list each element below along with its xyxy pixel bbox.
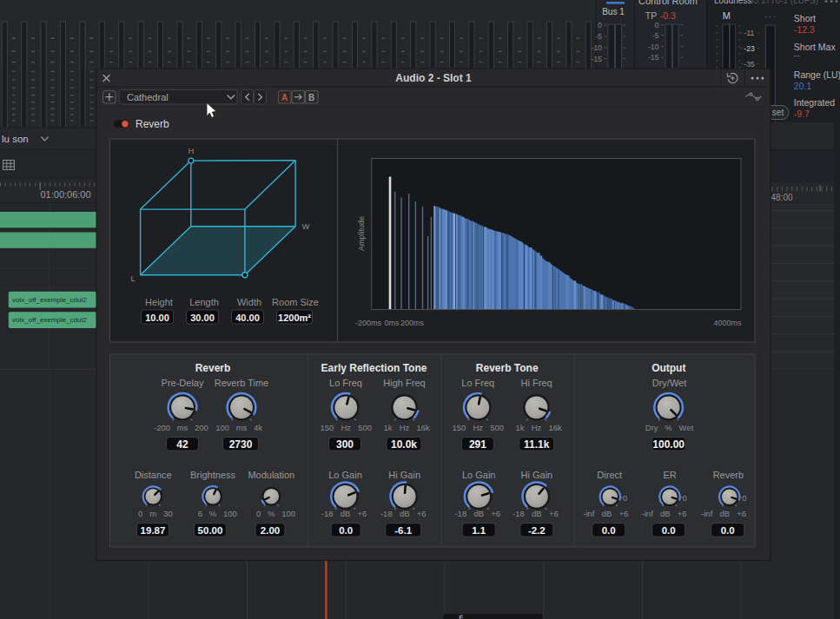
svg-text:Lo Freq: Lo Freq	[329, 378, 362, 388]
svg-text:Modulation: Modulation	[248, 470, 294, 480]
svg-text:set: set	[772, 108, 784, 117]
svg-text:150: 150	[452, 423, 466, 432]
svg-text:-5: -5	[595, 32, 602, 41]
svg-text:dB: dB	[341, 509, 351, 518]
svg-text:1k: 1k	[515, 423, 524, 432]
svg-text:-10: -10	[592, 43, 603, 52]
svg-text:-35: -35	[744, 60, 755, 69]
svg-text:ER: ER	[663, 470, 676, 480]
svg-text:33.1770-1 (LUFS): 33.1770-1 (LUFS)	[749, 0, 818, 5]
svg-text:Reverb: Reverb	[713, 470, 744, 480]
svg-text:m: m	[149, 509, 156, 518]
svg-text:200: 200	[195, 423, 208, 432]
svg-text:Pre-Delay: Pre-Delay	[162, 378, 204, 388]
svg-text:Hz: Hz	[341, 423, 351, 432]
svg-text:Early Reflection Tone: Early Reflection Tone	[321, 362, 427, 374]
svg-text:voix_off_exemple_cdui2: voix_off_exemple_cdui2	[12, 296, 87, 304]
svg-text:-9.7: -9.7	[794, 109, 810, 119]
svg-text:Hi Gain: Hi Gain	[521, 470, 553, 480]
svg-text:dB: dB	[400, 509, 410, 518]
svg-text:2730: 2730	[229, 438, 253, 451]
svg-text:ms: ms	[236, 423, 248, 432]
svg-text:100: 100	[215, 423, 229, 432]
svg-text:4k: 4k	[254, 423, 262, 432]
svg-text:Loudness: Loudness	[714, 0, 751, 5]
svg-text:1k: 1k	[383, 423, 392, 432]
svg-text:500: 500	[490, 423, 504, 432]
svg-text:0: 0	[598, 21, 602, 30]
svg-text:01:00:06:00: 01:00:06:00	[41, 189, 91, 200]
svg-text:100.00: 100.00	[652, 438, 685, 451]
svg-text:100: 100	[223, 509, 237, 518]
svg-text:B: B	[308, 93, 314, 102]
svg-text:-12.3: -12.3	[794, 24, 815, 35]
svg-text:-inf: -inf	[583, 509, 595, 518]
svg-text:+6: +6	[549, 509, 559, 518]
svg-text:M: M	[723, 10, 731, 21]
svg-text:Lo Gain: Lo Gain	[462, 470, 496, 480]
svg-text:Range (LU): Range (LU)	[794, 69, 840, 80]
svg-text:Height: Height	[145, 297, 173, 307]
svg-text:TP: TP	[645, 10, 657, 21]
svg-text:Reverb: Reverb	[195, 362, 231, 374]
svg-text:Bus 1: Bus 1	[602, 7, 625, 16]
svg-text:W: W	[302, 222, 310, 231]
svg-text:É: É	[459, 614, 463, 619]
svg-text:0: 0	[138, 509, 142, 518]
svg-text:A: A	[281, 93, 288, 102]
svg-text:Distance: Distance	[135, 470, 172, 480]
svg-text:500: 500	[358, 423, 372, 432]
svg-text:Wet: Wet	[679, 423, 694, 432]
svg-text:dB: dB	[602, 509, 612, 518]
svg-text:Room Size: Room Size	[272, 297, 319, 307]
svg-text:Dry/Wet: Dry/Wet	[652, 378, 687, 388]
svg-text:Cathedral: Cathedral	[127, 92, 169, 102]
svg-text:-18: -18	[380, 509, 393, 518]
svg-text:Audio 2 - Slot 1: Audio 2 - Slot 1	[395, 72, 472, 84]
svg-text:Reverb: Reverb	[136, 118, 169, 130]
svg-text:dB: dB	[473, 509, 484, 518]
svg-text:Lo Freq: Lo Freq	[461, 378, 494, 388]
svg-text:11.1k: 11.1k	[524, 438, 550, 451]
svg-text:0: 0	[742, 494, 746, 503]
svg-text:+6: +6	[619, 509, 629, 518]
svg-text:ms: ms	[177, 423, 189, 432]
svg-text:-10: -10	[648, 43, 659, 51]
svg-text:Direct: Direct	[597, 470, 622, 480]
svg-text:-15: -15	[592, 55, 603, 63]
svg-text:300: 300	[336, 438, 354, 451]
svg-text:Reverb Time: Reverb Time	[215, 378, 268, 388]
svg-text:-6.1: -6.1	[394, 525, 412, 536]
svg-text:%: %	[209, 509, 217, 518]
svg-text:Control Room: Control Room	[638, 0, 698, 6]
svg-text:16k: 16k	[417, 423, 431, 432]
svg-text:0: 0	[683, 494, 687, 503]
svg-text:-inf: -inf	[701, 509, 713, 518]
svg-text:40.00: 40.00	[235, 313, 260, 323]
svg-text:%: %	[268, 509, 275, 518]
svg-text:-18: -18	[513, 509, 525, 518]
svg-text:-200ms: -200ms	[355, 319, 382, 327]
svg-text:+6: +6	[358, 509, 367, 518]
svg-text:0.0: 0.0	[602, 525, 616, 536]
svg-text:Hi Gain: Hi Gain	[388, 470, 420, 480]
svg-text:0: 0	[623, 494, 627, 503]
svg-text:- - -: - - -	[764, 12, 776, 20]
svg-text:-18: -18	[454, 509, 466, 518]
svg-text:0.0: 0.0	[339, 525, 353, 536]
svg-text:-inf: -inf	[642, 509, 654, 518]
svg-text:H: H	[189, 147, 195, 155]
svg-text:L: L	[130, 274, 135, 283]
svg-text:291: 291	[469, 438, 486, 451]
svg-text:--: --	[794, 49, 800, 60]
svg-text:Dry: Dry	[645, 423, 658, 432]
svg-text:16k: 16k	[549, 423, 563, 432]
svg-text:+6: +6	[737, 509, 746, 518]
svg-text:1.1: 1.1	[472, 525, 486, 536]
svg-text:Short Max: Short Max	[794, 42, 837, 52]
svg-text:150: 150	[320, 423, 334, 432]
svg-text:Hz: Hz	[473, 423, 483, 432]
svg-text:100: 100	[281, 509, 295, 518]
svg-text:Length: Length	[189, 297, 219, 307]
svg-text:6: 6	[198, 509, 202, 518]
